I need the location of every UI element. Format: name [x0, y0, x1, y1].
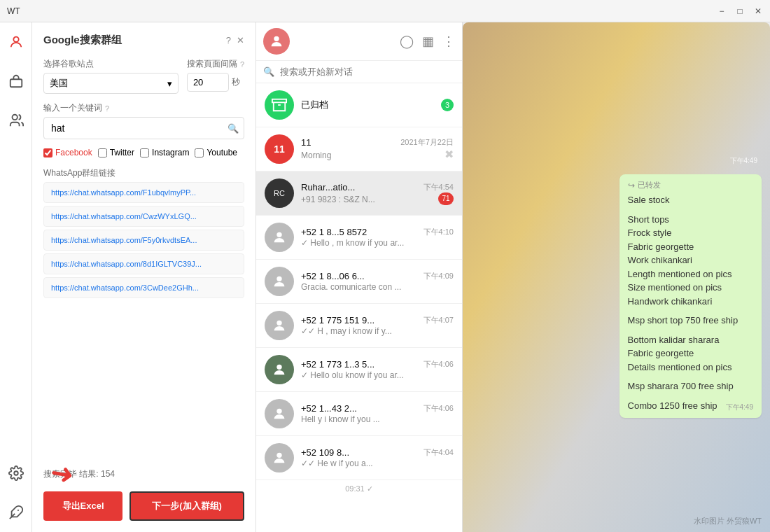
link-item[interactable]: https://chat.whatsapp.com/3CwDee2GHh...: [43, 277, 244, 298]
svg-rect-1: [10, 79, 22, 87]
svg-point-12: [276, 409, 281, 414]
chat-name-4: +52 1 775 151 9...: [301, 315, 374, 326]
keyword-section: 输入一个关键词 ? 🔍: [43, 102, 244, 139]
chat-info-ruhanika: Ruhar...atio... 下午4:54 +91 9823 : S&Z N.…: [301, 182, 454, 205]
checkbox-instagram[interactable]: Instagram: [140, 148, 189, 158]
chat-info-11: 11 2021年7月22日 Morning ✖: [301, 137, 454, 161]
chat-list-icons: ◯ ▦ ⋮: [400, 34, 455, 49]
window-controls: − □ ✕: [715, 5, 764, 18]
svg-point-0: [13, 37, 18, 42]
combo-line: Combo 1250 free ship 下午4:49: [628, 399, 753, 413]
maximize-button[interactable]: □: [734, 5, 746, 18]
chat-info-2: +52 1 8...5 8572 下午4:10 ✓ Hello , m know…: [301, 227, 454, 248]
chat-item-3[interactable]: +52 1 8...06 6... 下午4:09 Gracia. comunic…: [256, 260, 462, 304]
minimize-button[interactable]: −: [715, 5, 728, 18]
chat-preview-3: Gracia. comunicarte con ...: [301, 282, 401, 292]
chat-item-6[interactable]: +52 1...43 2... 下午4:06 Hell y i know if …: [256, 392, 462, 436]
user-icon-btn[interactable]: [4, 29, 29, 55]
icon-sidebar: [0, 22, 32, 532]
chat-info-3: +52 1 8...06 6... 下午4:09 Gracia. comunic…: [301, 271, 454, 292]
keyword-help-icon[interactable]: ?: [105, 104, 109, 113]
chat-preview-6: Hell y i know if you ...: [301, 414, 380, 424]
search-bar-icon: 🔍: [263, 66, 274, 77]
export-excel-button[interactable]: 导出Excel: [43, 491, 122, 521]
chat-item-2[interactable]: +52 1 8...5 8572 下午4:10 ✓ Hello , m know…: [256, 216, 462, 260]
link-item[interactable]: https://chat.whatsapp.com/F5y0rkvdtsEA..…: [43, 230, 244, 251]
next-step-button[interactable]: 下一步(加入群组): [130, 491, 244, 521]
link-item[interactable]: https://chat.whatsapp.com/F1ubqvlmyPP...: [43, 182, 244, 203]
link-item[interactable]: https://chat.whatsapp.com/CwzWYxLGQ...: [43, 206, 244, 227]
chat-image-placeholder: 下午4:49: [580, 71, 762, 169]
help-icon[interactable]: ?: [226, 35, 231, 46]
briefcase-icon-btn[interactable]: [4, 69, 29, 94]
chat-badge-ruhanika: 71: [438, 192, 454, 205]
whatsapp-links-label: WhatsApp群组链接: [43, 167, 244, 179]
chat-name-ruhanika: Ruhar...atio...: [301, 182, 355, 192]
archived-badge: 3: [441, 99, 454, 111]
chat-item-5[interactable]: +52 1 773 1..3 5... 下午4:06 ✓ Hello olu k…: [256, 348, 462, 392]
chat-time-4: 下午4:07: [424, 315, 454, 326]
form-row-site-interval: 选择谷歌站点 美国 ▾ 搜索頁面间隔 ? 秒: [43, 58, 244, 94]
chat-preview-11: Morning: [301, 150, 331, 160]
chat-info-4: +52 1 775 151 9... 下午4:07 ✓✓ H , may i k…: [301, 315, 454, 336]
chat-item-11[interactable]: 11 11 2021年7月22日 Morning ✖: [256, 127, 462, 172]
bottom-buttons: ➜ 导出Excel 下一步(加入群组): [43, 486, 244, 521]
interval-help-icon[interactable]: ?: [240, 60, 244, 69]
chat-item-7[interactable]: +52 109 8... 下午4:04 ✓✓ He w if you a...: [256, 436, 462, 480]
chat-name-6: +52 1...43 2...: [301, 403, 357, 414]
message-text: Sale stock Short tops Frock style Fabric…: [628, 193, 753, 412]
svg-point-5: [274, 36, 279, 41]
chat-time-11: 2021年7月22日: [400, 137, 454, 148]
link-item[interactable]: https://chat.whatsapp.com/8d1IGLTVC39J..…: [43, 253, 244, 274]
chat-compose-icon[interactable]: ▦: [422, 34, 434, 49]
chat-item-4[interactable]: +52 1 775 151 9... 下午4:07 ✓✓ H , may i k…: [256, 304, 462, 348]
chat-time-ruhanika: 下午4:54: [424, 182, 454, 192]
chat-avatar-2: [265, 223, 294, 252]
interval-input[interactable]: [187, 73, 229, 92]
close-panel-icon[interactable]: ✕: [237, 35, 244, 46]
chat-avatar-4: [265, 311, 294, 340]
keyword-label: 输入一个关键词 ?: [43, 102, 244, 114]
forwarded-message: ↪ 已转发 Sale stock Short tops Frock style …: [620, 174, 762, 418]
interval-unit: 秒: [232, 76, 240, 88]
chat-avatar-5: [265, 355, 294, 384]
chat-name-11: 11: [301, 137, 311, 148]
chat-time-5: 下午4:06: [424, 359, 454, 370]
archived-item[interactable]: 已归档 3: [256, 83, 462, 127]
checkbox-facebook[interactable]: Facebook: [43, 148, 92, 158]
chat-info-7: +52 109 8... 下午4:04 ✓✓ He w if you a...: [301, 447, 454, 468]
chat-menu-icon[interactable]: ⋮: [442, 34, 455, 49]
contacts-icon-btn[interactable]: [4, 108, 29, 133]
chat-avatar-ruhanika: RC: [265, 178, 294, 208]
panel-title: Google搜索群组: [43, 34, 122, 47]
cancel-icon-11: ✖: [444, 148, 454, 161]
site-select[interactable]: 美国 ▾: [43, 73, 178, 94]
chat-preview-2: ✓ Hello , m know if you ar...: [301, 238, 404, 248]
keyword-input-wrapper: 🔍: [43, 117, 244, 139]
checkbox-youtube[interactable]: Youtube: [195, 148, 237, 158]
app-title: WT: [7, 6, 20, 16]
image-time: 下午4:49: [730, 156, 757, 166]
keyword-search-icon[interactable]: 🔍: [227, 123, 239, 134]
chat-item-ruhanika[interactable]: RC Ruhar...atio... 下午4:54 +91 9823 : S&Z…: [256, 172, 462, 216]
chat-time-6: 下午4:06: [424, 403, 454, 414]
checkbox-twitter[interactable]: Twitter: [98, 148, 134, 158]
main-container: Google搜索群组 ? ✕ 选择谷歌站点 美国 ▾ 搜索頁面间隔 ?: [0, 22, 770, 532]
chat-status-icon[interactable]: ◯: [400, 34, 414, 49]
chat-info-6: +52 1...43 2... 下午4:06 Hell y i know if …: [301, 403, 454, 424]
chat-avatar-7: [265, 443, 294, 472]
chat-info-5: +52 1 773 1..3 5... 下午4:06 ✓ Hello olu k…: [301, 359, 454, 380]
keyword-input[interactable]: [43, 117, 244, 139]
close-button[interactable]: ✕: [752, 5, 764, 18]
msg-time-1: 下午4:49: [726, 402, 753, 412]
puzzle-icon-btn[interactable]: [4, 500, 29, 525]
forwarded-label: ↪ 已转发: [628, 180, 753, 190]
svg-point-13: [276, 453, 281, 458]
svg-point-9: [276, 276, 281, 281]
site-selector-wrapper: 选择谷歌站点 美国 ▾: [43, 58, 178, 94]
chat-search-input[interactable]: [280, 66, 455, 77]
settings-icon-btn[interactable]: [4, 461, 29, 486]
links-section: https://chat.whatsapp.com/F1ubqvlmyPP...…: [43, 182, 244, 461]
archived-label: 已归档: [301, 99, 328, 111]
archived-icon: [265, 90, 294, 120]
